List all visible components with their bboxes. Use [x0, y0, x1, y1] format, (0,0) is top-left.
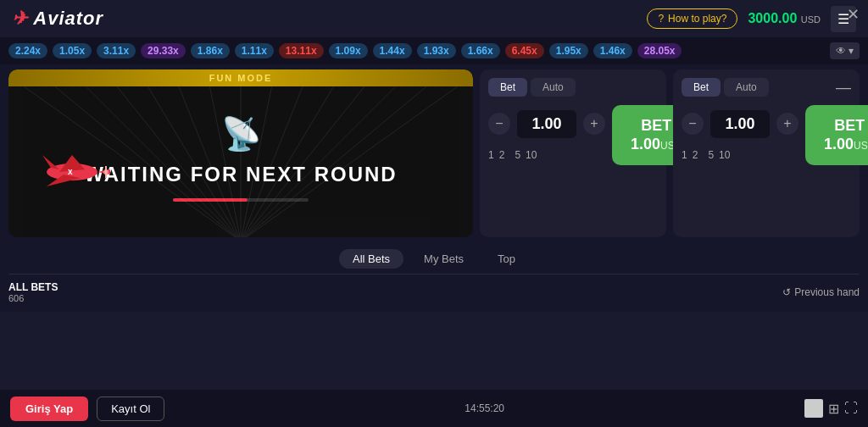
bet-panel-2: Bet Auto — − + 1 2 5 10: [673, 69, 860, 237]
mult-badge[interactable]: 1.11x: [235, 43, 274, 58]
how-to-play-button[interactable]: ? How to play?: [647, 8, 737, 29]
bet-amount-input-1[interactable]: [517, 110, 576, 138]
mult-badge[interactable]: 29.33x: [141, 43, 186, 58]
quick-2-2[interactable]: 2: [693, 149, 698, 161]
mult-badge[interactable]: 1.09x: [329, 43, 368, 58]
quick-3-1[interactable]: 5: [515, 149, 520, 161]
svg-line-3: [117, 86, 241, 237]
mult-badge[interactable]: 6.45x: [505, 43, 544, 58]
balance-display: 3000.00 USD: [748, 11, 821, 26]
quick-1-1[interactable]: 1: [488, 149, 494, 161]
header: ✈ Aviator ? How to play? 3000.00 USD ☰: [0, 0, 868, 37]
game-canvas: FUN MODE: [8, 69, 473, 237]
footer: Giriş Yap Kayıt Ol 14:55:20 ⊞ ⛶: [0, 390, 868, 427]
svg-line-11: [241, 86, 364, 237]
mult-badge[interactable]: 1.05x: [53, 43, 92, 58]
bottom-section: All Bets My Bets Top ALL BETS 606 ↺ Prev…: [0, 242, 868, 312]
svg-text:x: x: [68, 167, 73, 176]
bet-left-1: − + 1 2 5 10: [488, 110, 605, 161]
remove-panel-button[interactable]: —: [836, 79, 851, 97]
mult-badge[interactable]: 1.93x: [417, 43, 456, 58]
history-icon: ↺: [782, 286, 791, 298]
mult-badge[interactable]: 1.66x: [461, 43, 500, 58]
bets-count: 606: [8, 293, 58, 303]
bet-amount-row-2: − +: [682, 110, 798, 138]
tab-top[interactable]: Top: [484, 249, 529, 269]
bet-main-row-1: − + 1 2 5 10 BET 1.00USD: [488, 105, 658, 165]
login-button[interactable]: Giriş Yap: [10, 396, 88, 421]
plane-image: x: [34, 142, 110, 197]
bet-tab-auto-1[interactable]: Auto: [531, 78, 576, 97]
bet-main-row-2: − + 1 2 5 10 BET 1.00USD: [682, 105, 851, 165]
svg-line-5: [179, 86, 241, 237]
bets-table-header: ALL BETS 606 ↺ Previous hand: [8, 278, 860, 305]
bet-tab-auto-2[interactable]: Auto: [724, 78, 769, 97]
mult-end: 👁 ▾: [830, 42, 860, 59]
mult-badge[interactable]: 28.05x: [637, 43, 682, 58]
increase-bet-2[interactable]: +: [776, 113, 798, 135]
quick-2-1[interactable]: 2: [499, 149, 505, 161]
mult-badge[interactable]: 13.11x: [279, 43, 324, 58]
quick-amounts-2: 1 2 5 10: [682, 149, 798, 161]
svg-line-13: [241, 86, 426, 237]
decrease-bet-2[interactable]: −: [682, 113, 704, 135]
tab-all-bets[interactable]: All Bets: [339, 249, 403, 269]
previous-hand-button[interactable]: ↺ Previous hand: [782, 286, 860, 298]
bet-tab-bet-2[interactable]: Bet: [682, 78, 721, 97]
bet-amount-row-1: − +: [488, 110, 605, 138]
bet-tabs-1: Bet Auto: [488, 78, 658, 97]
footer-time: 14:55:20: [173, 402, 796, 414]
mult-badge[interactable]: 1.46x: [593, 43, 632, 58]
bet-tabs-2: Bet Auto —: [682, 78, 851, 97]
eye-button[interactable]: 👁 ▾: [830, 42, 860, 59]
tab-my-bets[interactable]: My Bets: [410, 249, 477, 269]
quick-3-2[interactable]: 5: [708, 149, 714, 161]
quick-4-2[interactable]: 10: [719, 149, 730, 161]
all-bets-label: ALL BETS: [8, 281, 58, 293]
mult-badge[interactable]: 1.44x: [373, 43, 412, 58]
bottom-tabs: All Bets My Bets Top: [8, 242, 860, 274]
fullscreen-button[interactable]: ⛶: [844, 401, 858, 416]
close-button[interactable]: ✕: [847, 5, 860, 24]
fun-mode-bar: FUN MODE: [8, 69, 473, 86]
quick-amounts-1: 1 2 5 10: [488, 149, 605, 161]
logo: ✈ Aviator: [12, 8, 103, 30]
quick-1-2[interactable]: 1: [682, 149, 687, 161]
question-icon: ?: [658, 13, 664, 25]
bet-left-2: − + 1 2 5 10: [682, 110, 798, 161]
mult-badge[interactable]: 2.24x: [8, 43, 47, 58]
mult-badge[interactable]: 3.11x: [97, 43, 136, 58]
sound-button[interactable]: [804, 399, 823, 418]
svg-line-12: [241, 86, 396, 237]
quick-4-1[interactable]: 10: [526, 149, 537, 161]
bet-panel-1: Bet Auto − + 1 2 5 10: [480, 69, 666, 237]
decrease-bet-1[interactable]: −: [488, 113, 510, 135]
bet-tab-bet-1[interactable]: Bet: [488, 78, 527, 97]
bet-panels: Bet Auto − + 1 2 5 10: [480, 69, 860, 237]
header-right: ? How to play? 3000.00 USD ☰: [647, 6, 856, 32]
main-area: FUN MODE: [0, 64, 868, 242]
bet-button-2[interactable]: BET 1.00USD: [805, 105, 868, 165]
register-button[interactable]: Kayıt Ol: [97, 396, 164, 421]
footer-right: ⊞ ⛶: [804, 399, 858, 418]
divider: [8, 274, 860, 274]
game-inner: x 📡 WAITING FOR NEXT ROUND: [8, 86, 473, 230]
mult-badge[interactable]: 1.95x: [549, 43, 588, 58]
svg-line-14: [241, 86, 458, 237]
grid-icon-button[interactable]: ⊞: [828, 401, 839, 417]
mult-badge[interactable]: 1.86x: [191, 43, 230, 58]
bet-amount-input-2[interactable]: [710, 110, 770, 138]
multipliers-bar: 2.24x 1.05x 3.11x 29.33x 1.86x 1.11x 13.…: [0, 37, 868, 64]
svg-line-9: [241, 86, 303, 237]
increase-bet-1[interactable]: +: [583, 113, 605, 135]
